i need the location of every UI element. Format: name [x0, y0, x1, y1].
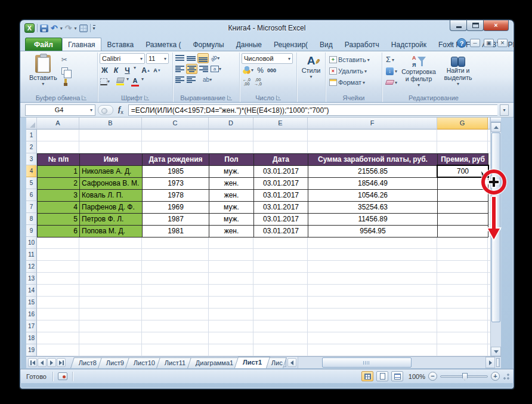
- column-header-c[interactable]: C: [142, 118, 209, 129]
- tab-home[interactable]: Главная: [62, 38, 101, 51]
- scroll-right-icon[interactable]: [485, 357, 495, 368]
- cell-e9[interactable]: 03.01.2017: [254, 226, 308, 238]
- shrink-font-button[interactable]: A▼: [152, 65, 162, 75]
- row-header[interactable]: 13: [26, 273, 37, 285]
- scroll-up-icon[interactable]: [491, 122, 501, 132]
- cell-g6[interactable]: [438, 190, 488, 202]
- vertical-scrollbar[interactable]: [490, 118, 501, 356]
- minimize-button[interactable]: [450, 20, 467, 31]
- cell-b7[interactable]: Парфенов Д. Ф.: [80, 202, 143, 214]
- cell-e5[interactable]: 03.01.2017: [254, 178, 308, 190]
- cut-button[interactable]: ✂: [60, 54, 73, 65]
- autosum-button[interactable]: Σ▾: [384, 54, 399, 65]
- bold-button[interactable]: Ж: [100, 65, 110, 75]
- align-top-button[interactable]: [175, 53, 185, 63]
- row-header[interactable]: 12: [26, 261, 37, 273]
- active-cell-border[interactable]: [437, 165, 489, 178]
- align-left-button[interactable]: [175, 64, 185, 74]
- format-cells-button[interactable]: Формат▾: [327, 77, 380, 88]
- tab-formulas[interactable]: Формулы: [187, 38, 230, 51]
- sort-filter-button[interactable]: АЯ Сортировка и фильтр ▾: [399, 53, 438, 93]
- next-sheet-icon[interactable]: [47, 358, 56, 367]
- macro-record-icon[interactable]: [58, 372, 67, 380]
- dialog-launcher-icon[interactable]: [276, 95, 281, 100]
- cell-c8[interactable]: 1987: [143, 214, 209, 226]
- select-all-corner[interactable]: [26, 118, 37, 129]
- tab-review[interactable]: Рецензир(: [268, 38, 314, 51]
- row-header[interactable]: 7: [26, 201, 37, 213]
- tab-scroll-left-icon[interactable]: [287, 358, 296, 367]
- insert-function-icon[interactable]: fx: [116, 104, 126, 115]
- styles-button[interactable]: А Стили ▾: [299, 53, 323, 93]
- cell-g7[interactable]: [438, 202, 488, 214]
- cell-b6[interactable]: Коваль Л. П.: [80, 190, 143, 202]
- cell-a7[interactable]: 4: [38, 202, 80, 214]
- cell-d6[interactable]: жен.: [209, 190, 254, 202]
- row-header[interactable]: 16: [26, 309, 37, 320]
- row-header[interactable]: 10: [26, 237, 37, 249]
- dialog-launcher-icon[interactable]: [82, 95, 86, 100]
- cell-g8[interactable]: [438, 214, 488, 226]
- header-cell[interactable]: Дата: [254, 154, 308, 166]
- fill-handle[interactable]: [487, 175, 490, 178]
- font-name-combobox[interactable]: Calibri▾: [100, 53, 145, 64]
- row-header[interactable]: 9: [26, 225, 37, 237]
- row-header[interactable]: 6: [26, 189, 37, 201]
- row-header[interactable]: 5: [26, 177, 37, 189]
- scroll-down-icon[interactable]: [491, 347, 501, 356]
- tab-data[interactable]: Данные: [230, 38, 268, 51]
- column-header-a[interactable]: A: [37, 118, 79, 129]
- workbook-restore-icon[interactable]: ▣: [484, 39, 494, 47]
- cell-f4[interactable]: 21556.85: [308, 166, 438, 178]
- italic-button[interactable]: К: [111, 65, 121, 75]
- cell-a5[interactable]: 2: [38, 178, 80, 190]
- header-cell[interactable]: Пол: [209, 154, 254, 166]
- cell-c6[interactable]: 1978: [143, 190, 209, 202]
- prev-sheet-icon[interactable]: [38, 358, 47, 367]
- borders-button[interactable]: ▾: [100, 76, 110, 87]
- split-handle[interactable]: [491, 118, 501, 122]
- row-header[interactable]: 1: [26, 129, 37, 141]
- column-header-g[interactable]: G: [437, 118, 488, 129]
- cell-f9[interactable]: 9564.95: [308, 226, 438, 238]
- tab-addins[interactable]: Надстройк: [385, 38, 432, 51]
- row-header[interactable]: 3: [26, 153, 37, 165]
- cell-d9[interactable]: жен.: [209, 226, 254, 238]
- accounting-format-button[interactable]: ▾: [242, 65, 254, 75]
- dialog-launcher-icon[interactable]: [227, 95, 232, 100]
- column-header-e[interactable]: E: [253, 118, 308, 129]
- zoom-slider[interactable]: [440, 375, 488, 378]
- horizontal-scroll-thumb[interactable]: [322, 357, 412, 368]
- cell-d8[interactable]: муж.: [209, 214, 254, 226]
- sheet-tab-active[interactable]: Лист1: [234, 357, 270, 368]
- row-header[interactable]: 8: [26, 213, 37, 225]
- align-bottom-button[interactable]: [197, 53, 209, 63]
- formula-input[interactable]: =ЕСЛИ(ИЛИ(C4<1957;D4="жен.")*(НЕ(E4<18))…: [128, 104, 497, 116]
- resize-grip[interactable]: [503, 373, 510, 380]
- tab-developer[interactable]: Разработч: [339, 38, 385, 51]
- row-header-selected[interactable]: 4: [26, 165, 37, 177]
- underline-dropdown-icon[interactable]: ▾: [134, 65, 136, 75]
- grow-font-button[interactable]: A▲: [141, 65, 151, 75]
- horizontal-scrollbar[interactable]: [298, 357, 501, 368]
- underline-button[interactable]: Ч: [122, 65, 132, 75]
- row-header[interactable]: 2: [26, 141, 37, 153]
- font-size-combobox[interactable]: 11▾: [146, 53, 169, 64]
- dialog-launcher-icon[interactable]: [144, 95, 149, 100]
- cell-e6[interactable]: 03.01.2017: [254, 190, 308, 202]
- view-page-break-button[interactable]: [391, 371, 403, 381]
- cell-b9[interactable]: Попова М. Д.: [80, 226, 143, 238]
- cell-b8[interactable]: Петров Ф. Л.: [80, 214, 143, 226]
- zoom-slider-thumb[interactable]: [462, 373, 468, 381]
- tab-view[interactable]: Вид: [314, 38, 339, 51]
- row-header[interactable]: 17: [26, 320, 37, 332]
- cell-d4[interactable]: муж.: [209, 166, 254, 178]
- expand-formula-bar-icon[interactable]: ▾: [500, 104, 509, 116]
- row-header[interactable]: 19: [26, 344, 37, 356]
- align-center-button[interactable]: [186, 64, 197, 74]
- chevron-down-icon[interactable]: ▾: [164, 56, 166, 61]
- delete-cells-button[interactable]: × Удалить▾: [327, 66, 380, 76]
- column-header-f[interactable]: F: [308, 118, 437, 129]
- cell-b5[interactable]: Сафронова В. М.: [80, 178, 143, 190]
- cell-a4[interactable]: 1: [38, 166, 80, 178]
